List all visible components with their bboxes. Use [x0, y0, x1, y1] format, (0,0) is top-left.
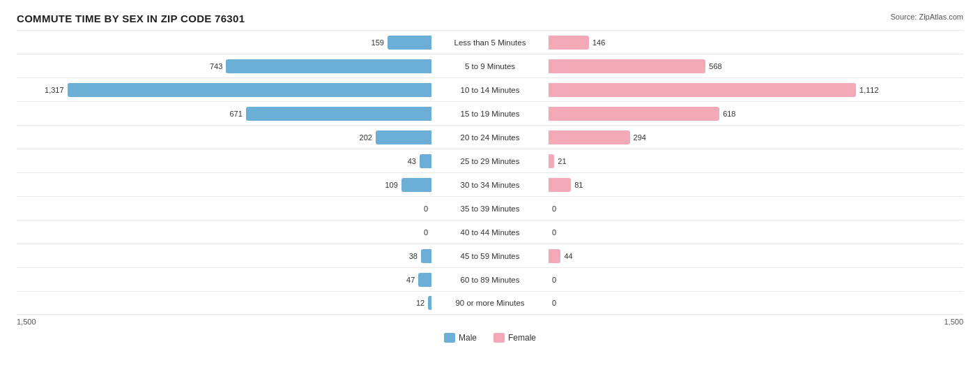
female-value: 1,112	[859, 86, 879, 94]
male-bar	[226, 59, 431, 73]
right-side: 0	[546, 221, 963, 244]
male-bar	[428, 296, 431, 310]
right-side: 618	[546, 102, 963, 125]
female-value: 81	[574, 181, 594, 189]
male-value: 38	[398, 252, 418, 260]
male-bar	[420, 154, 431, 168]
row-label: 90 or more Minutes	[434, 299, 546, 307]
legend: Male Female	[17, 333, 963, 343]
female-value: 294	[634, 133, 653, 142]
left-side: 159	[17, 31, 434, 54]
left-side: 12	[17, 292, 434, 314]
x-axis-right: 1,500	[546, 318, 963, 326]
chart-area: 159 Less than 5 Minutes 146 743 5 to 9 M…	[17, 30, 963, 343]
row-label: 45 to 59 Minutes	[434, 252, 546, 260]
chart-row: 743 5 to 9 Minutes 568	[17, 54, 963, 77]
right-side: 294	[546, 126, 963, 149]
male-value: 202	[353, 133, 372, 142]
left-side: 202	[17, 126, 434, 149]
row-label: 20 to 24 Minutes	[434, 133, 546, 142]
legend-female-label: Female	[508, 333, 536, 343]
female-bar	[549, 131, 630, 144]
left-side: 743	[17, 54, 434, 77]
chart-row: 202 20 to 24 Minutes 294	[17, 125, 963, 149]
chart-title: COMMUTE TIME BY SEX IN ZIP CODE 76301	[17, 13, 245, 24]
x-axis: 1,500 1,500	[17, 315, 963, 329]
legend-female: Female	[493, 333, 536, 343]
chart-row: 671 15 to 19 Minutes 618	[17, 101, 963, 125]
left-side: 1,317	[17, 78, 434, 101]
female-value: 44	[564, 252, 583, 260]
chart-row: 12 90 or more Minutes 0	[17, 291, 963, 315]
male-value: 43	[397, 157, 416, 165]
male-value: 743	[203, 62, 222, 70]
female-bar	[549, 59, 705, 73]
right-side: 81	[546, 173, 963, 196]
female-value: 0	[552, 204, 572, 213]
chart-row: 47 60 to 89 Minutes 0	[17, 267, 963, 291]
chart-row: 1,317 10 to 14 Minutes 1,112	[17, 77, 963, 101]
male-value: 47	[395, 276, 415, 284]
right-side: 146	[546, 31, 963, 54]
row-label: Less than 5 Minutes	[434, 38, 546, 47]
female-bar	[549, 178, 571, 192]
row-label: 15 to 19 Minutes	[434, 110, 546, 118]
right-side: 568	[546, 54, 963, 77]
female-bar	[549, 83, 856, 97]
male-value: 671	[223, 110, 243, 118]
male-bar	[401, 178, 431, 192]
female-swatch	[493, 333, 505, 343]
female-value: 21	[558, 157, 577, 165]
left-side: 109	[17, 173, 434, 196]
male-bar	[68, 83, 431, 97]
male-swatch	[444, 333, 455, 343]
right-side: 0	[546, 292, 963, 314]
right-side: 1,112	[546, 78, 963, 101]
right-side: 21	[546, 149, 963, 172]
female-value: 0	[552, 228, 572, 237]
row-label: 10 to 14 Minutes	[434, 86, 546, 94]
left-side: 43	[17, 149, 434, 172]
legend-male: Male	[444, 333, 477, 343]
male-value: 159	[365, 38, 384, 47]
male-value: 0	[408, 228, 428, 237]
row-label: 30 to 34 Minutes	[434, 181, 546, 189]
male-bar	[418, 273, 431, 287]
right-side: 0	[546, 197, 963, 220]
left-side: 0	[17, 221, 434, 244]
row-label: 5 to 9 Minutes	[434, 62, 546, 70]
right-side: 44	[546, 244, 963, 267]
chart-row: 109 30 to 34 Minutes 81	[17, 172, 963, 196]
left-side: 671	[17, 102, 434, 125]
row-label: 25 to 29 Minutes	[434, 157, 546, 165]
male-value: 12	[405, 299, 424, 307]
x-axis-left: 1,500	[17, 318, 434, 326]
chart-row: 0 35 to 39 Minutes 0	[17, 196, 963, 220]
male-bar	[388, 36, 431, 50]
source-label: Source: ZipAtlas.com	[890, 13, 963, 21]
female-bar	[549, 249, 560, 263]
female-value: 568	[709, 62, 728, 70]
male-bar	[246, 107, 431, 121]
female-value: 146	[592, 38, 612, 47]
row-label: 60 to 89 Minutes	[434, 276, 546, 284]
chart-row: 38 45 to 59 Minutes 44	[17, 244, 963, 267]
male-value: 1,317	[45, 86, 64, 94]
chart-row: 159 Less than 5 Minutes 146	[17, 30, 963, 54]
right-side: 0	[546, 268, 963, 291]
left-side: 0	[17, 197, 434, 220]
chart-row: 0 40 to 44 Minutes 0	[17, 220, 963, 244]
female-value: 0	[552, 276, 572, 284]
female-bar	[549, 154, 554, 168]
left-side: 38	[17, 244, 434, 267]
female-value: 0	[552, 299, 572, 307]
male-value: 109	[378, 181, 398, 189]
chart-row: 43 25 to 29 Minutes 21	[17, 149, 963, 172]
row-label: 40 to 44 Minutes	[434, 228, 546, 237]
male-value: 0	[408, 204, 428, 213]
female-value: 618	[723, 110, 742, 118]
left-side: 47	[17, 268, 434, 291]
row-label: 35 to 39 Minutes	[434, 204, 546, 213]
male-bar	[421, 249, 431, 263]
female-bar	[549, 36, 589, 50]
